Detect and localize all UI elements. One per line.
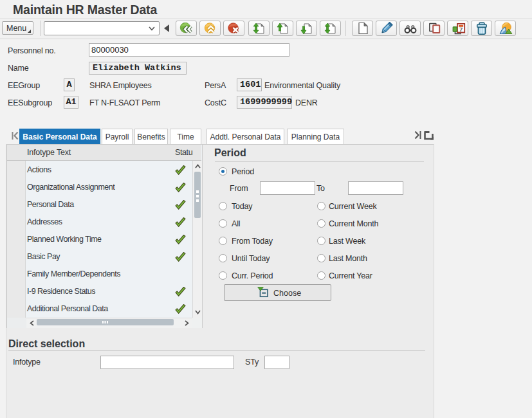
svg-text:7: 7 xyxy=(459,25,463,32)
